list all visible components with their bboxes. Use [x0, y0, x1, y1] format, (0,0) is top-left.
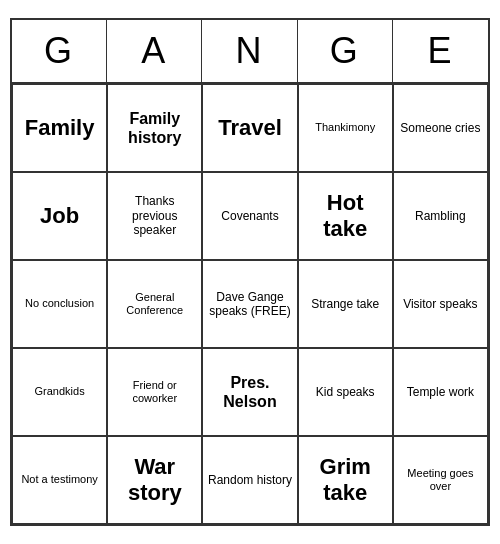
cell-text-r2-c4: Visitor speaks	[403, 297, 477, 311]
cell-r3-c4[interactable]: Temple work	[393, 348, 488, 436]
cell-text-r3-c0: Grandkids	[35, 385, 85, 398]
cell-r1-c3[interactable]: Hot take	[298, 172, 393, 260]
cell-text-r0-c0: Family	[25, 115, 95, 141]
cell-r1-c2[interactable]: Covenants	[202, 172, 297, 260]
cell-text-r0-c4: Someone cries	[400, 121, 480, 135]
cell-r2-c1[interactable]: General Conference	[107, 260, 202, 348]
cell-text-r1-c0: Job	[40, 203, 79, 229]
cell-text-r1-c2: Covenants	[221, 209, 278, 223]
cell-r0-c0[interactable]: Family	[12, 84, 107, 172]
cell-text-r4-c3: Grim take	[303, 454, 388, 507]
cell-r3-c3[interactable]: Kid speaks	[298, 348, 393, 436]
cell-r3-c1[interactable]: Friend or coworker	[107, 348, 202, 436]
cell-r3-c0[interactable]: Grandkids	[12, 348, 107, 436]
header-letter-N: N	[202, 20, 297, 82]
cell-text-r1-c3: Hot take	[303, 190, 388, 243]
cell-text-r0-c2: Travel	[218, 115, 282, 141]
cell-text-r3-c1: Friend or coworker	[112, 379, 197, 405]
cell-r1-c1[interactable]: Thanks previous speaker	[107, 172, 202, 260]
cell-text-r2-c1: General Conference	[112, 291, 197, 317]
cell-text-r2-c0: No conclusion	[25, 297, 94, 310]
cell-text-r0-c1: Family history	[112, 109, 197, 147]
cell-text-r3-c3: Kid speaks	[316, 385, 375, 399]
bingo-grid: FamilyFamily historyTravelThankimonySome…	[12, 84, 488, 524]
cell-text-r3-c2: Pres. Nelson	[207, 373, 292, 411]
cell-text-r4-c0: Not a testimony	[21, 473, 97, 486]
cell-r0-c4[interactable]: Someone cries	[393, 84, 488, 172]
cell-r2-c2[interactable]: Dave Gange speaks (FREE)	[202, 260, 297, 348]
cell-r4-c0[interactable]: Not a testimony	[12, 436, 107, 524]
cell-text-r1-c1: Thanks previous speaker	[112, 194, 197, 237]
cell-r4-c4[interactable]: Meeting goes over	[393, 436, 488, 524]
cell-r2-c0[interactable]: No conclusion	[12, 260, 107, 348]
cell-r2-c4[interactable]: Visitor speaks	[393, 260, 488, 348]
cell-r1-c0[interactable]: Job	[12, 172, 107, 260]
bingo-card: GANGE FamilyFamily historyTravelThankimo…	[10, 18, 490, 526]
cell-text-r2-c3: Strange take	[311, 297, 379, 311]
header-letter-G: G	[298, 20, 393, 82]
header-letter-G: G	[12, 20, 107, 82]
cell-text-r1-c4: Rambling	[415, 209, 466, 223]
cell-r0-c2[interactable]: Travel	[202, 84, 297, 172]
cell-text-r0-c3: Thankimony	[315, 121, 375, 134]
cell-text-r3-c4: Temple work	[407, 385, 474, 399]
cell-r4-c3[interactable]: Grim take	[298, 436, 393, 524]
cell-text-r4-c2: Random history	[208, 473, 292, 487]
cell-text-r2-c2: Dave Gange speaks (FREE)	[207, 290, 292, 319]
bingo-header: GANGE	[12, 20, 488, 84]
cell-text-r4-c1: War story	[112, 454, 197, 507]
cell-r1-c4[interactable]: Rambling	[393, 172, 488, 260]
header-letter-E: E	[393, 20, 488, 82]
cell-r4-c2[interactable]: Random history	[202, 436, 297, 524]
cell-r4-c1[interactable]: War story	[107, 436, 202, 524]
cell-r0-c3[interactable]: Thankimony	[298, 84, 393, 172]
cell-r2-c3[interactable]: Strange take	[298, 260, 393, 348]
cell-r0-c1[interactable]: Family history	[107, 84, 202, 172]
cell-r3-c2[interactable]: Pres. Nelson	[202, 348, 297, 436]
header-letter-A: A	[107, 20, 202, 82]
cell-text-r4-c4: Meeting goes over	[398, 467, 483, 493]
